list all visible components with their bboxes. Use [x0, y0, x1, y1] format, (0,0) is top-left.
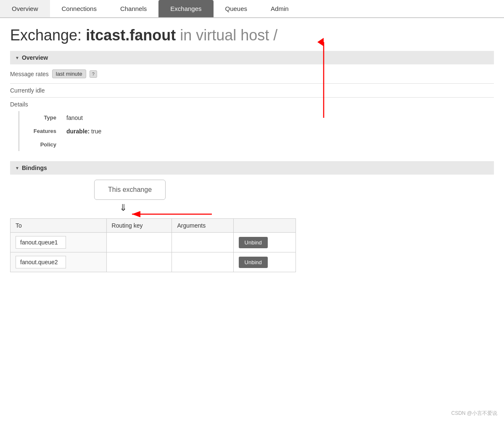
exchange-box-wrapper: This exchange ⇓ [94, 180, 494, 213]
down-arrow-icon: ⇓ [119, 202, 127, 213]
unbind-button-2[interactable]: Unbind [239, 257, 268, 268]
col-header-action [233, 219, 296, 233]
nav-admin[interactable]: Admin [259, 0, 301, 17]
queue-name-box-2: fanout.queue2 [16, 256, 66, 268]
bindings-table: To Routing key Arguments fanout.queue1 [10, 218, 296, 272]
binding-action-2: Unbind [233, 252, 296, 272]
col-header-arguments: Arguments [172, 219, 233, 233]
message-rates-label: Message rates [10, 71, 49, 77]
details-row-policy: Policy [18, 138, 494, 151]
durable-label: durable: [66, 128, 90, 135]
col-header-routing-key: Routing key [106, 219, 172, 233]
nav-overview[interactable]: Overview [0, 0, 50, 17]
title-middle: in virtual host / [180, 27, 277, 44]
bindings-toggle-icon: ▼ [15, 166, 19, 170]
details-value-type: fanout [61, 111, 88, 125]
details-key-features: Features [19, 125, 61, 138]
nav-channels[interactable]: Channels [108, 0, 158, 17]
details-table: Type fanout Features durable: true Polic… [18, 111, 494, 151]
binding-row-1: fanout.queue1 Unbind [11, 233, 296, 252]
exchange-box: This exchange [94, 180, 166, 200]
page-title: Exchange: itcast.fanout in virtual host … [10, 27, 494, 44]
binding-routing-key-1 [106, 233, 172, 252]
details-value-features: durable: true [61, 125, 106, 138]
details-key-type: Type [19, 111, 61, 125]
queue-name-box-1: fanout.queue1 [16, 236, 66, 249]
binding-to-1: fanout.queue1 [11, 233, 107, 252]
overview-section: ▼ Overview Message rates last minute ? C… [10, 51, 494, 151]
details-value-policy [61, 138, 71, 151]
exchange-name: itcast.fanout [86, 27, 176, 44]
divider2 [10, 97, 494, 98]
currently-idle: Currently idle [10, 87, 494, 94]
divider1 [10, 83, 494, 84]
bindings-section: ▼ Bindings This exchange ⇓ [10, 161, 494, 272]
details-key-policy: Policy [19, 138, 61, 151]
overview-section-header[interactable]: ▼ Overview [10, 51, 494, 64]
binding-row-2: fanout.queue2 Unbind [11, 252, 296, 272]
help-icon[interactable]: ? [90, 70, 97, 78]
binding-arguments-1 [172, 233, 233, 252]
nav-queues[interactable]: Queues [214, 0, 259, 17]
bindings-section-label: Bindings [22, 165, 47, 171]
nav-bar: Overview Connections Channels Exchanges … [0, 0, 504, 18]
details-label: Details [10, 101, 494, 108]
overview-toggle-icon: ▼ [15, 56, 19, 60]
nav-exchanges[interactable]: Exchanges [158, 0, 213, 17]
last-minute-badge[interactable]: last minute [52, 69, 86, 78]
overview-section-label: Overview [22, 54, 48, 61]
details-row-features: Features durable: true [18, 125, 494, 138]
binding-routing-key-2 [106, 252, 172, 272]
binding-arguments-2 [172, 252, 233, 272]
unbind-button-1[interactable]: Unbind [239, 237, 268, 248]
col-header-to: To [11, 219, 107, 233]
title-prefix: Exchange: [10, 27, 82, 44]
nav-connections[interactable]: Connections [50, 0, 108, 17]
page-content: Exchange: itcast.fanout in virtual host … [0, 18, 504, 281]
bindings-table-wrapper: To Routing key Arguments fanout.queue1 [10, 218, 494, 272]
message-rates-row: Message rates last minute ? [10, 69, 494, 78]
details-row-type: Type fanout [18, 111, 494, 125]
bindings-section-header[interactable]: ▼ Bindings [10, 161, 494, 175]
binding-to-2: fanout.queue2 [11, 252, 107, 272]
binding-action-1: Unbind [233, 233, 296, 252]
